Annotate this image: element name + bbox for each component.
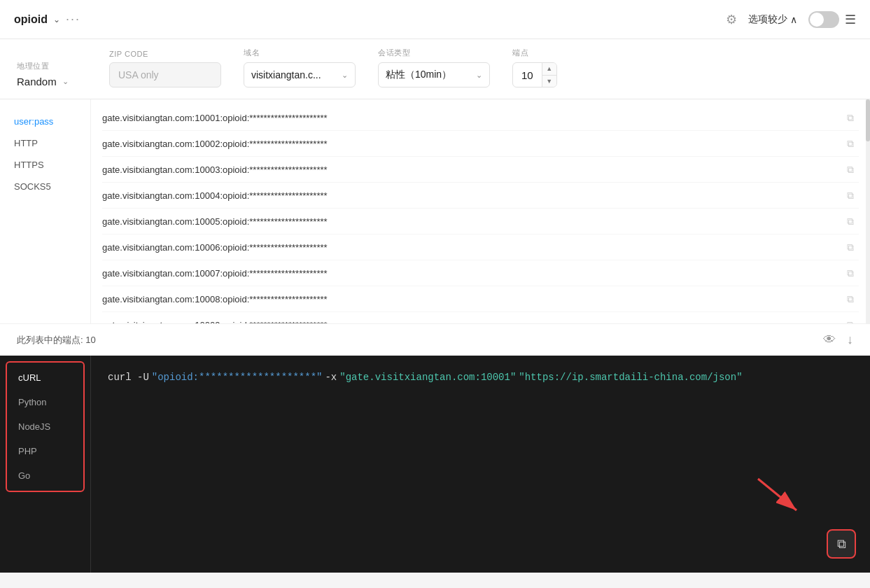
proxy-count: 此列表中的端点: 10 xyxy=(17,334,96,346)
proxy-sidebar: user:pass HTTP HTTPS SOCKS5 xyxy=(0,99,91,323)
copy-button-2[interactable]: ⧉ xyxy=(842,135,859,152)
geo-select[interactable]: Random ⌄ xyxy=(17,76,87,88)
eye-icon[interactable]: 👁 xyxy=(823,332,836,347)
code-flag: -x xyxy=(325,370,337,385)
domain-select[interactable]: visitxiangtan.c... ⌄ xyxy=(244,62,356,88)
settings-icon[interactable]: ⚙ xyxy=(726,12,737,27)
proxy-item-6: gate.visitxiangtan.com:10006:opioid:****… xyxy=(102,234,859,260)
code-sidebar-inner: cURL Python NodeJS PHP Go xyxy=(6,361,85,492)
proxy-item-8: gate.visitxiangtan.com:10008:opioid:****… xyxy=(102,286,859,312)
copy-button-5[interactable]: ⧉ xyxy=(842,213,859,230)
code-copy-button[interactable]: ⧉ xyxy=(827,529,856,559)
download-icon[interactable]: ↓ xyxy=(847,332,853,347)
zip-input: USA only xyxy=(109,62,221,88)
zip-label: ZIP CODE xyxy=(109,50,221,58)
toggle-switch[interactable] xyxy=(808,11,839,28)
filter-bar: 地理位置 Random ⌄ ZIP CODE USA only 域名 visit… xyxy=(0,39,870,99)
proxy-item-1: gate.visitxiangtan.com:10001:opioid:****… xyxy=(102,105,859,131)
tab-socks5[interactable]: SOCKS5 xyxy=(0,176,90,197)
proxy-list: gate.visitxiangtan.com:10001:opioid:****… xyxy=(91,99,870,323)
session-select[interactable]: 粘性（10min） ⌄ xyxy=(378,62,490,88)
proxy-text-2: gate.visitxiangtan.com:10002:opioid:****… xyxy=(102,139,834,149)
proxy-text-4: gate.visitxiangtan.com:10004:opioid:****… xyxy=(102,190,834,201)
endpoint-number: 10 ▲ ▼ xyxy=(512,62,557,88)
code-tab-php[interactable]: PHP xyxy=(7,439,83,463)
geo-label: 地理位置 xyxy=(17,61,87,71)
proxy-item-7: gate.visitxiangtan.com:10007:opioid:****… xyxy=(102,260,859,286)
endpoint-arrows: ▲ ▼ xyxy=(542,63,556,87)
code-content: curl -U "opioid:********************" -x… xyxy=(91,356,870,573)
proxy-text-8: gate.visitxiangtan.com:10008:opioid:****… xyxy=(102,294,834,304)
code-line-1: curl -U "opioid:********************" -x… xyxy=(108,370,853,385)
scrollbar[interactable] xyxy=(866,99,870,323)
geo-value: Random xyxy=(17,76,57,88)
endpoint-down-arrow[interactable]: ▼ xyxy=(542,76,556,88)
toggle-wrap: ☰ xyxy=(808,11,856,28)
nav-right: ⚙ 选项较少 ∧ ☰ xyxy=(726,11,856,28)
domain-value: visitxiangtan.c... xyxy=(251,69,337,80)
filter-geo: 地理位置 Random ⌄ xyxy=(17,61,87,88)
scrollbar-thumb xyxy=(866,99,870,141)
nav-left: opioid ⌄ ··· xyxy=(14,12,80,27)
proxy-item-2: gate.visitxiangtan.com:10002:opioid:****… xyxy=(102,131,859,157)
options-chevron-icon: ∧ xyxy=(790,14,797,25)
copy-button-1[interactable]: ⧉ xyxy=(842,109,859,126)
domain-label: 域名 xyxy=(244,48,356,58)
proxy-text-3: gate.visitxiangtan.com:10003:opioid:****… xyxy=(102,164,834,175)
code-tab-curl[interactable]: cURL xyxy=(7,365,83,390)
code-credential: "opioid:********************" xyxy=(152,370,323,385)
code-cmd: curl -U xyxy=(108,370,149,385)
proxy-actions: 👁 ↓ xyxy=(823,332,853,347)
session-value: 粘性（10min） xyxy=(386,69,472,81)
copy-button-4[interactable]: ⧉ xyxy=(842,187,859,204)
domain-chevron-icon: ⌄ xyxy=(342,71,348,80)
filter-session: 会话类型 粘性（10min） ⌄ xyxy=(378,48,490,88)
session-label: 会话类型 xyxy=(378,48,490,58)
endpoint-up-arrow[interactable]: ▲ xyxy=(542,63,556,76)
options-button[interactable]: 选项较少 ∧ xyxy=(748,13,797,26)
proxy-footer: 此列表中的端点: 10 👁 ↓ xyxy=(0,323,870,356)
endpoint-label: 端点 xyxy=(512,48,557,58)
code-tab-go[interactable]: Go xyxy=(7,463,83,488)
proxy-text-9: gate.visitxiangtan.com:10009:opioid:****… xyxy=(102,320,834,324)
copy-button-6[interactable]: ⧉ xyxy=(842,239,859,255)
proxy-item-5: gate.visitxiangtan.com:10005:opioid:****… xyxy=(102,209,859,234)
proxy-text-5: gate.visitxiangtan.com:10005:opioid:****… xyxy=(102,216,834,227)
code-proxy: "gate.visitxiangtan.com:10001" xyxy=(339,370,516,385)
proxy-panel: user:pass HTTP HTTPS SOCKS5 gate.visitxi… xyxy=(0,99,870,323)
code-tab-nodejs[interactable]: NodeJS xyxy=(7,414,83,439)
hamburger-icon[interactable]: ☰ xyxy=(845,12,856,27)
proxy-text-6: gate.visitxiangtan.com:10006:opioid:****… xyxy=(102,242,834,253)
top-nav: opioid ⌄ ··· ⚙ 选项较少 ∧ ☰ xyxy=(0,0,870,39)
filter-domain: 域名 visitxiangtan.c... ⌄ xyxy=(244,48,356,88)
more-options-icon[interactable]: ··· xyxy=(66,12,80,27)
copy-button-3[interactable]: ⧉ xyxy=(842,161,859,178)
proxy-item-4: gate.visitxiangtan.com:10004:opioid:****… xyxy=(102,183,859,209)
code-tab-python[interactable]: Python xyxy=(7,390,83,414)
proxy-text-1: gate.visitxiangtan.com:10001:opioid:****… xyxy=(102,113,834,123)
code-panel: cURL Python NodeJS PHP Go curl -U "opioi… xyxy=(0,356,870,573)
session-chevron-icon: ⌄ xyxy=(476,71,482,80)
endpoint-value: 10 xyxy=(513,69,542,81)
app-chevron-icon[interactable]: ⌄ xyxy=(53,15,60,24)
app-name: opioid xyxy=(14,13,48,26)
proxy-text-7: gate.visitxiangtan.com:10007:opioid:****… xyxy=(102,268,834,279)
filter-zip: ZIP CODE USA only xyxy=(109,50,221,88)
proxy-item-3: gate.visitxiangtan.com:10003:opioid:****… xyxy=(102,157,859,183)
tab-https[interactable]: HTTPS xyxy=(0,154,90,176)
filter-endpoint: 端点 10 ▲ ▼ xyxy=(512,48,557,88)
proxy-item-9: gate.visitxiangtan.com:10009:opioid:****… xyxy=(102,312,859,323)
copy-button-8[interactable]: ⧉ xyxy=(842,290,859,307)
copy-button-7[interactable]: ⧉ xyxy=(842,265,859,281)
tab-user-pass[interactable]: user:pass xyxy=(0,111,90,132)
copy-button-9[interactable]: ⧉ xyxy=(842,316,859,323)
geo-chevron-icon: ⌄ xyxy=(62,77,69,86)
tab-http[interactable]: HTTP xyxy=(0,132,90,154)
code-url: "https://ip.smartdaili-china.com/json" xyxy=(519,370,742,385)
code-sidebar: cURL Python NodeJS PHP Go xyxy=(0,356,91,573)
